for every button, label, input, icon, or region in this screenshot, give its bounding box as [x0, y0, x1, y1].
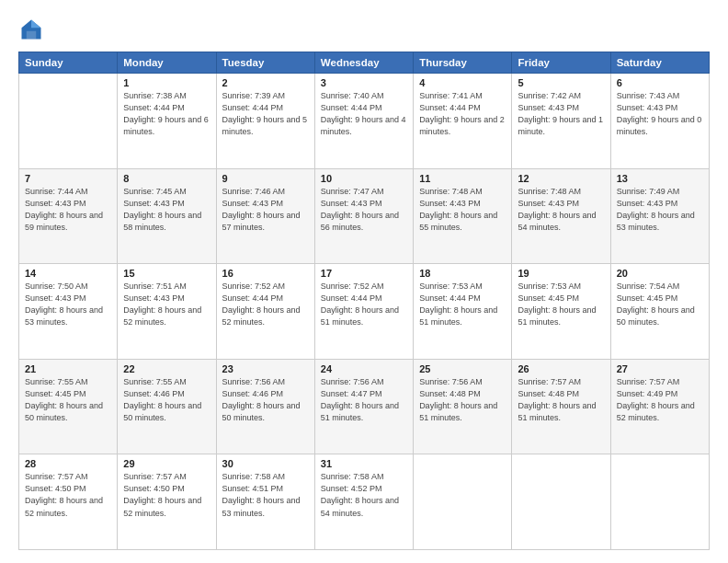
calendar-cell: 25Sunrise: 7:56 AMSunset: 4:48 PMDayligh…	[414, 359, 512, 454]
calendar-cell: 9Sunrise: 7:46 AMSunset: 4:43 PMDaylight…	[216, 168, 314, 264]
calendar-table: SundayMondayTuesdayWednesdayThursdayFrid…	[18, 52, 710, 550]
calendar-cell: 16Sunrise: 7:52 AMSunset: 4:44 PMDayligh…	[216, 264, 314, 360]
day-number: 27	[617, 363, 703, 374]
calendar-cell	[512, 454, 610, 550]
day-info: Sunrise: 7:58 AMSunset: 4:52 PMDaylight:…	[321, 472, 399, 517]
calendar-cell: 29Sunrise: 7:57 AMSunset: 4:50 PMDayligh…	[118, 454, 216, 550]
day-info: Sunrise: 7:57 AMSunset: 4:50 PMDaylight:…	[123, 472, 201, 517]
day-info: Sunrise: 7:56 AMSunset: 4:48 PMDaylight:…	[419, 377, 497, 422]
calendar-header-row: SundayMondayTuesdayWednesdayThursdayFrid…	[19, 52, 710, 74]
day-info: Sunrise: 7:58 AMSunset: 4:51 PMDaylight:…	[222, 472, 301, 517]
calendar-cell: 26Sunrise: 7:57 AMSunset: 4:48 PMDayligh…	[512, 359, 610, 454]
calendar-cell: 11Sunrise: 7:48 AMSunset: 4:43 PMDayligh…	[414, 168, 512, 264]
calendar-cell	[610, 454, 709, 550]
day-number: 1	[123, 77, 210, 88]
calendar-week-5: 28Sunrise: 7:57 AMSunset: 4:50 PMDayligh…	[19, 454, 710, 550]
day-number: 9	[222, 173, 309, 184]
calendar-week-4: 21Sunrise: 7:55 AMSunset: 4:45 PMDayligh…	[19, 359, 710, 454]
day-number: 12	[518, 173, 604, 184]
calendar-cell: 6Sunrise: 7:43 AMSunset: 4:43 PMDaylight…	[610, 74, 709, 169]
calendar-header-thursday: Thursday	[414, 52, 512, 74]
calendar-cell: 27Sunrise: 7:57 AMSunset: 4:49 PMDayligh…	[610, 359, 709, 454]
calendar-cell: 21Sunrise: 7:55 AMSunset: 4:45 PMDayligh…	[19, 359, 118, 454]
day-info: Sunrise: 7:50 AMSunset: 4:43 PMDaylight:…	[25, 282, 103, 327]
calendar-cell: 5Sunrise: 7:42 AMSunset: 4:43 PMDaylight…	[512, 74, 610, 169]
calendar-cell: 12Sunrise: 7:48 AMSunset: 4:43 PMDayligh…	[512, 168, 610, 264]
day-number: 24	[321, 363, 407, 374]
day-info: Sunrise: 7:40 AMSunset: 4:44 PMDaylight:…	[321, 91, 406, 136]
day-info: Sunrise: 7:39 AMSunset: 4:44 PMDaylight:…	[222, 91, 308, 136]
day-number: 21	[25, 363, 111, 374]
calendar-cell: 24Sunrise: 7:56 AMSunset: 4:47 PMDayligh…	[314, 359, 413, 454]
calendar-header-friday: Friday	[512, 52, 610, 74]
day-info: Sunrise: 7:41 AMSunset: 4:44 PMDaylight:…	[419, 91, 505, 136]
calendar-header-sunday: Sunday	[19, 52, 118, 74]
day-info: Sunrise: 7:52 AMSunset: 4:44 PMDaylight:…	[222, 282, 301, 327]
calendar-cell: 30Sunrise: 7:58 AMSunset: 4:51 PMDayligh…	[216, 454, 314, 550]
day-info: Sunrise: 7:56 AMSunset: 4:46 PMDaylight:…	[222, 377, 301, 422]
day-number: 7	[25, 173, 111, 184]
calendar-cell	[19, 74, 118, 169]
day-number: 8	[123, 173, 210, 184]
calendar-cell: 2Sunrise: 7:39 AMSunset: 4:44 PMDaylight…	[216, 74, 314, 169]
calendar-cell: 13Sunrise: 7:49 AMSunset: 4:43 PMDayligh…	[610, 168, 709, 264]
header	[18, 17, 710, 42]
calendar-week-2: 7Sunrise: 7:44 AMSunset: 4:43 PMDaylight…	[19, 168, 710, 264]
calendar-cell: 7Sunrise: 7:44 AMSunset: 4:43 PMDaylight…	[19, 168, 118, 264]
calendar-header-monday: Monday	[118, 52, 216, 74]
day-number: 23	[222, 363, 309, 374]
day-number: 22	[123, 363, 210, 374]
day-number: 20	[617, 268, 703, 279]
logo-icon	[18, 17, 44, 42]
day-info: Sunrise: 7:46 AMSunset: 4:43 PMDaylight:…	[222, 187, 301, 232]
day-number: 28	[25, 458, 111, 469]
calendar-cell: 3Sunrise: 7:40 AMSunset: 4:44 PMDaylight…	[314, 74, 413, 169]
day-info: Sunrise: 7:49 AMSunset: 4:43 PMDaylight:…	[617, 187, 695, 232]
calendar-cell: 17Sunrise: 7:52 AMSunset: 4:44 PMDayligh…	[314, 264, 413, 360]
day-info: Sunrise: 7:56 AMSunset: 4:47 PMDaylight:…	[321, 377, 399, 422]
day-number: 2	[222, 77, 309, 88]
day-number: 4	[419, 77, 506, 88]
day-number: 6	[617, 77, 703, 88]
day-info: Sunrise: 7:57 AMSunset: 4:48 PMDaylight:…	[518, 377, 596, 422]
day-info: Sunrise: 7:55 AMSunset: 4:45 PMDaylight:…	[25, 377, 103, 422]
day-info: Sunrise: 7:53 AMSunset: 4:45 PMDaylight:…	[518, 282, 596, 327]
calendar-header-saturday: Saturday	[610, 52, 709, 74]
calendar-week-1: 1Sunrise: 7:38 AMSunset: 4:44 PMDaylight…	[19, 74, 710, 169]
day-number: 17	[321, 268, 407, 279]
day-number: 19	[518, 268, 604, 279]
calendar-cell: 31Sunrise: 7:58 AMSunset: 4:52 PMDayligh…	[314, 454, 413, 550]
day-number: 5	[518, 77, 604, 88]
day-info: Sunrise: 7:54 AMSunset: 4:45 PMDaylight:…	[617, 282, 695, 327]
calendar-cell: 10Sunrise: 7:47 AMSunset: 4:43 PMDayligh…	[314, 168, 413, 264]
day-number: 31	[321, 458, 407, 469]
calendar-cell: 1Sunrise: 7:38 AMSunset: 4:44 PMDaylight…	[118, 74, 216, 169]
day-info: Sunrise: 7:38 AMSunset: 4:44 PMDaylight:…	[123, 91, 209, 136]
calendar-week-3: 14Sunrise: 7:50 AMSunset: 4:43 PMDayligh…	[19, 264, 710, 360]
day-number: 3	[321, 77, 407, 88]
calendar-cell: 4Sunrise: 7:41 AMSunset: 4:44 PMDaylight…	[414, 74, 512, 169]
calendar-cell: 15Sunrise: 7:51 AMSunset: 4:43 PMDayligh…	[118, 264, 216, 360]
day-info: Sunrise: 7:51 AMSunset: 4:43 PMDaylight:…	[123, 282, 201, 327]
day-info: Sunrise: 7:42 AMSunset: 4:43 PMDaylight:…	[518, 91, 603, 136]
day-info: Sunrise: 7:47 AMSunset: 4:43 PMDaylight:…	[321, 187, 399, 232]
calendar-header-wednesday: Wednesday	[314, 52, 413, 74]
day-info: Sunrise: 7:55 AMSunset: 4:46 PMDaylight:…	[123, 377, 201, 422]
day-info: Sunrise: 7:48 AMSunset: 4:43 PMDaylight:…	[518, 187, 596, 232]
day-number: 25	[419, 363, 506, 374]
day-info: Sunrise: 7:45 AMSunset: 4:43 PMDaylight:…	[123, 187, 201, 232]
calendar-cell: 18Sunrise: 7:53 AMSunset: 4:44 PMDayligh…	[414, 264, 512, 360]
day-number: 16	[222, 268, 309, 279]
calendar-cell: 19Sunrise: 7:53 AMSunset: 4:45 PMDayligh…	[512, 264, 610, 360]
calendar-cell: 20Sunrise: 7:54 AMSunset: 4:45 PMDayligh…	[610, 264, 709, 360]
day-info: Sunrise: 7:57 AMSunset: 4:50 PMDaylight:…	[25, 472, 103, 517]
day-number: 30	[222, 458, 309, 469]
calendar-header-tuesday: Tuesday	[216, 52, 314, 74]
day-info: Sunrise: 7:43 AMSunset: 4:43 PMDaylight:…	[617, 91, 702, 136]
calendar-cell	[414, 454, 512, 550]
svg-marker-1	[31, 20, 41, 29]
day-info: Sunrise: 7:57 AMSunset: 4:49 PMDaylight:…	[617, 377, 695, 422]
day-number: 15	[123, 268, 210, 279]
page: SundayMondayTuesdayWednesdayThursdayFrid…	[0, 0, 728, 563]
day-info: Sunrise: 7:53 AMSunset: 4:44 PMDaylight:…	[419, 282, 497, 327]
